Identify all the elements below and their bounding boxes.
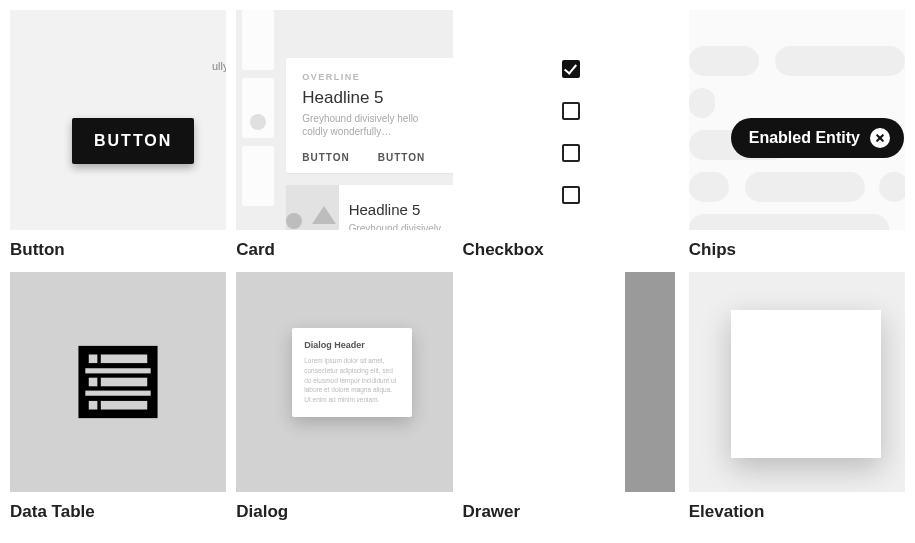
checkbox-unchecked-2 [562, 144, 580, 162]
close-icon [870, 128, 890, 148]
thumb-data-table [10, 272, 226, 492]
drawer-panel [625, 272, 675, 492]
card-ministack [242, 10, 274, 230]
svg-rect-6 [89, 378, 98, 387]
sample-button: BUTTON [72, 118, 194, 164]
truncated-text: ully [212, 60, 226, 72]
checkbox-column [562, 60, 580, 204]
tile-drawer[interactable]: Drawer [463, 272, 679, 522]
tile-button[interactable]: ully BUTTON Button [10, 10, 226, 260]
dialog-sample: Dialog Header Lorem ipsum dolor sit amet… [292, 328, 412, 417]
card-body: Greyhound divisively hello coldly wonder… [302, 112, 440, 138]
data-table-icon [75, 339, 161, 425]
thumb-checkbox [463, 10, 679, 230]
card-secondary-body: Greyhound divisively coldly… [349, 222, 447, 230]
dialog-body: Lorem ipsum dolor sit amet, consectetur … [304, 356, 400, 405]
thumb-dialog: Dialog Header Lorem ipsum dolor sit amet… [236, 272, 452, 492]
card-actions: BUTTON BUTTON [302, 152, 440, 163]
tile-label-elevation: Elevation [689, 502, 905, 522]
chip-text: Enabled Entity [749, 129, 860, 147]
card-secondary-image [286, 185, 338, 230]
checkbox-unchecked-3 [562, 186, 580, 204]
card-secondary-headline: Headline 5 [349, 201, 447, 218]
thumb-chips: Enabled Entity [689, 10, 905, 230]
component-grid: ully BUTTON Button OVERLINE Headline 5 G… [10, 10, 905, 522]
svg-rect-5 [101, 354, 147, 363]
tile-dialog[interactable]: Dialog Header Lorem ipsum dolor sit amet… [236, 272, 452, 522]
thumb-drawer [463, 272, 679, 492]
thumb-card: OVERLINE Headline 5 Greyhound divisively… [236, 10, 452, 230]
svg-rect-4 [89, 354, 98, 363]
tile-label-data-table: Data Table [10, 502, 226, 522]
svg-rect-9 [101, 401, 147, 410]
tile-elevation[interactable]: Elevation [689, 272, 905, 522]
card-secondary: Headline 5 Greyhound divisively coldly… [286, 185, 452, 230]
card-action-2: BUTTON [378, 152, 425, 163]
tile-data-table[interactable]: Data Table [10, 272, 226, 522]
tile-checkbox[interactable]: Checkbox [463, 10, 679, 260]
card-overline: OVERLINE [302, 72, 440, 82]
chip-enabled: Enabled Entity [731, 118, 904, 158]
tile-label-card: Card [236, 240, 452, 260]
checkbox-checked [562, 60, 580, 78]
elevation-card [731, 310, 881, 458]
thumb-button: ully BUTTON [10, 10, 226, 230]
dialog-header: Dialog Header [304, 340, 400, 350]
card-main: OVERLINE Headline 5 Greyhound divisively… [286, 58, 452, 173]
tile-label-drawer: Drawer [463, 502, 679, 522]
checkbox-unchecked-1 [562, 102, 580, 120]
card-action-1: BUTTON [302, 152, 349, 163]
svg-rect-7 [101, 378, 147, 387]
tile-label-checkbox: Checkbox [463, 240, 679, 260]
thumb-elevation [689, 272, 905, 492]
tile-chips[interactable]: Enabled Entity Chips [689, 10, 905, 260]
tile-label-chips: Chips [689, 240, 905, 260]
tile-label-dialog: Dialog [236, 502, 452, 522]
tile-card[interactable]: OVERLINE Headline 5 Greyhound divisively… [236, 10, 452, 260]
svg-rect-8 [89, 401, 98, 410]
tile-label-button: Button [10, 240, 226, 260]
card-headline: Headline 5 [302, 88, 440, 108]
